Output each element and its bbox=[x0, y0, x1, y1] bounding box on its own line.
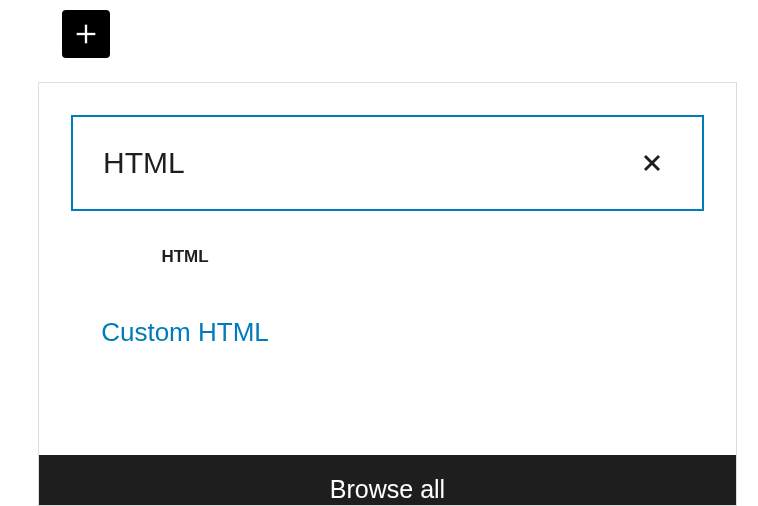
browse-all-button[interactable]: Browse all bbox=[39, 455, 736, 505]
add-block-button[interactable] bbox=[62, 10, 110, 58]
browse-all-label: Browse all bbox=[330, 475, 445, 504]
block-icon-label: HTML bbox=[161, 247, 208, 267]
block-result-custom-html[interactable]: HTML Custom HTML bbox=[95, 247, 275, 348]
close-icon bbox=[638, 149, 666, 177]
search-box bbox=[71, 115, 704, 211]
search-input[interactable] bbox=[103, 146, 632, 180]
search-container bbox=[39, 83, 736, 211]
html-block-icon: HTML bbox=[161, 247, 208, 307]
search-results: HTML Custom HTML bbox=[39, 211, 736, 455]
clear-search-button[interactable] bbox=[632, 143, 672, 183]
block-title: Custom HTML bbox=[101, 317, 269, 348]
block-inserter-panel: HTML Custom HTML Browse all bbox=[38, 82, 737, 506]
plus-icon bbox=[72, 20, 100, 48]
